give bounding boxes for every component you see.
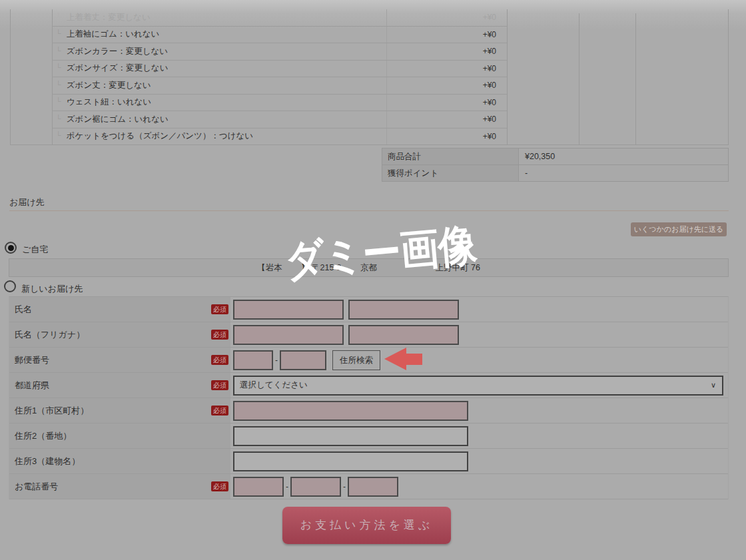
option-price: +¥0 — [388, 98, 507, 107]
address1-input[interactable] — [233, 401, 468, 421]
option-label: ポケットをつける（ズボン／パンツ）：つけない — [52, 131, 388, 142]
option-price: +¥0 — [388, 81, 507, 90]
home-address-radio-label: ご自宅 — [22, 244, 48, 256]
postal-code-separator: - — [275, 356, 278, 365]
table-column-divider — [635, 13, 636, 144]
address3-row: 住所3（建物名） — [9, 449, 728, 474]
option-label: ズボンカラー：変更しない — [52, 46, 388, 57]
postal-code-row: 郵便番号 必須 - 住所検索 — [9, 348, 728, 373]
prefecture-select-value: 選択してください — [240, 380, 308, 391]
order-summary-table: 商品合計 ¥20,350 獲得ポイント - — [382, 148, 729, 182]
option-label: ウェスト紐：いれない — [52, 97, 388, 108]
option-label: ズボン裾にゴム：いれない — [52, 114, 388, 125]
prefecture-row: 都道府県 必須 選択してください ∨ — [9, 373, 728, 398]
required-badge: 必須 — [211, 380, 228, 390]
option-price: +¥0 — [388, 132, 507, 141]
phone-input-2[interactable] — [290, 477, 341, 497]
address3-input[interactable] — [233, 451, 468, 471]
phone-label: お電話番号 必須 — [9, 474, 230, 499]
choose-payment-method-button[interactable]: お支払い方法を選ぶ — [282, 507, 451, 544]
phone-input-1[interactable] — [233, 477, 284, 497]
address2-row: 住所2（番地） — [9, 423, 728, 449]
name-label: 氏名 必須 — [9, 297, 230, 322]
address1-row: 住所1（市区町村） 必須 — [9, 398, 728, 423]
table-border-bottom — [10, 144, 729, 145]
postal-code-input-1[interactable] — [233, 350, 273, 370]
summary-total-label: 商品合計 — [382, 148, 519, 164]
option-row: ウェスト紐：いれない +¥0 — [52, 95, 507, 112]
kana-label: 氏名（フリガナ） 必須 — [9, 322, 230, 347]
table-column-divider — [507, 9, 508, 144]
section-divider — [9, 210, 729, 211]
phone-separator: - — [343, 482, 346, 491]
address3-label: 住所3（建物名） — [9, 449, 230, 473]
first-name-kana-input[interactable] — [348, 325, 459, 345]
delivery-section-title: お届け先 — [9, 196, 45, 208]
last-name-kana-input[interactable] — [233, 325, 344, 345]
address1-label: 住所1（市区町村） 必須 — [9, 398, 230, 423]
prefecture-select[interactable]: 選択してください ∨ — [233, 376, 723, 396]
option-row: ズボン丈：変更しない +¥0 — [52, 77, 507, 95]
first-name-input[interactable] — [348, 300, 459, 320]
address2-label: 住所2（番地） — [9, 423, 230, 448]
prefecture-label: 都道府県 必須 — [9, 373, 230, 398]
last-name-input[interactable] — [233, 300, 344, 320]
option-price: +¥0 — [388, 47, 507, 56]
new-address-radio-label: 新しいお届け先 — [21, 283, 83, 295]
option-price: +¥0 — [388, 30, 507, 39]
table-border-left — [10, 9, 11, 144]
summary-points-row: 獲得ポイント - — [382, 165, 728, 181]
option-row: ズボンカラー：変更しない +¥0 — [52, 43, 507, 61]
delivery-address-form: 氏名 必須 氏名（フリガナ） 必須 郵便番号 必須 - 住所検索 — [9, 296, 729, 499]
table-column-divider — [579, 13, 579, 144]
option-label: 上着着丈：変更しない — [52, 12, 388, 23]
option-row: 上着袖にゴム：いれない +¥0 — [52, 27, 507, 44]
summary-total-value: ¥20,350 — [519, 148, 728, 164]
required-badge: 必須 — [211, 406, 228, 416]
new-address-radio[interactable] — [4, 280, 16, 292]
postal-code-label: 郵便番号 必須 — [9, 348, 230, 372]
required-badge: 必須 — [211, 481, 228, 491]
name-row: 氏名 必須 — [9, 297, 728, 322]
table-border-right — [728, 9, 729, 144]
option-row: ズボン裾にゴム：いれない +¥0 — [52, 111, 507, 129]
option-price: +¥0 — [388, 13, 507, 22]
chevron-down-icon: ∨ — [711, 381, 716, 390]
option-row: 上着着丈：変更しない +¥0 — [52, 9, 507, 27]
option-row: ポケットをつける（ズボン／パンツ）：つけない +¥0 — [52, 129, 507, 145]
radio-selected-dot — [8, 245, 14, 251]
phone-separator: - — [286, 482, 288, 491]
address2-input[interactable] — [233, 426, 468, 446]
option-price: +¥0 — [388, 64, 507, 73]
required-badge: 必須 — [211, 355, 228, 365]
option-row: ズボンサイズ：変更しない +¥0 — [52, 61, 507, 78]
option-label: 上着袖にゴム：いれない — [52, 29, 388, 40]
summary-total-row: 商品合計 ¥20,350 — [382, 148, 728, 165]
product-option-table: 上着着丈：変更しない +¥0 上着袖にゴム：いれない +¥0 ズボンカラー：変更… — [52, 9, 507, 144]
option-price: +¥0 — [388, 115, 507, 124]
multi-address-button[interactable]: いくつかのお届け先に送る — [631, 222, 727, 236]
required-badge: 必須 — [211, 330, 228, 340]
annotation-arrow-left-icon — [384, 348, 422, 371]
summary-points-value: - — [519, 165, 728, 181]
address-search-button[interactable]: 住所検索 — [332, 350, 380, 370]
summary-points-label: 獲得ポイント — [382, 165, 519, 181]
option-label: ズボン丈：変更しない — [52, 80, 388, 91]
postal-code-input-2[interactable] — [280, 350, 326, 370]
home-address-radio[interactable] — [5, 242, 17, 254]
option-label: ズボンサイズ：変更しない — [52, 63, 388, 74]
phone-row: お電話番号 必須 - - — [9, 474, 728, 499]
phone-input-3[interactable] — [348, 477, 398, 497]
required-badge: 必須 — [211, 304, 228, 314]
kana-row: 氏名（フリガナ） 必須 — [9, 322, 728, 348]
